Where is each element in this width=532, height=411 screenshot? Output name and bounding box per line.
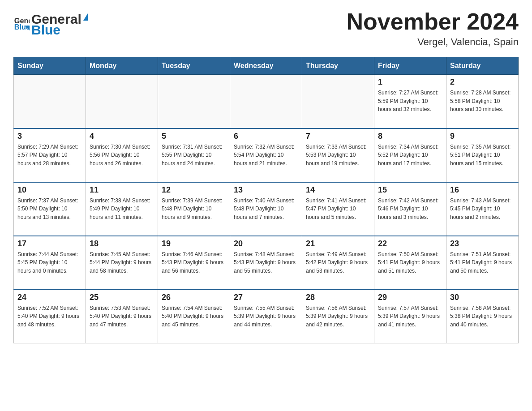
day-number: 1: [378, 77, 442, 87]
table-row: [230, 75, 302, 128]
day-info: Sunrise: 7:52 AM Sunset: 5:40 PM Dayligh…: [17, 304, 82, 329]
day-number: 28: [306, 293, 370, 302]
table-row: 8Sunrise: 7:34 AM Sunset: 5:52 PM Daylig…: [374, 128, 446, 182]
svg-text:Blue: Blue: [14, 23, 30, 30]
page-header: General Blue General Blue November 2024 …: [13, 9, 519, 48]
header-sunday: Sunday: [14, 57, 86, 75]
day-info: Sunrise: 7:43 AM Sunset: 5:45 PM Dayligh…: [450, 197, 515, 222]
day-number: 8: [378, 132, 442, 141]
day-number: 5: [162, 132, 226, 141]
day-number: 29: [378, 293, 442, 302]
calendar-header-row: Sunday Monday Tuesday Wednesday Thursday…: [14, 57, 519, 75]
day-number: 16: [450, 185, 515, 195]
day-info: Sunrise: 7:31 AM Sunset: 5:55 PM Dayligh…: [162, 143, 226, 168]
table-row: 18Sunrise: 7:45 AM Sunset: 5:44 PM Dayli…: [86, 236, 158, 290]
day-info: Sunrise: 7:50 AM Sunset: 5:41 PM Dayligh…: [378, 250, 442, 275]
day-number: 4: [90, 132, 154, 141]
logo-icon: General Blue: [13, 14, 30, 32]
day-number: 17: [17, 239, 82, 248]
calendar-week-row: 17Sunrise: 7:44 AM Sunset: 5:45 PM Dayli…: [14, 236, 519, 290]
day-info: Sunrise: 7:39 AM Sunset: 5:48 PM Dayligh…: [162, 197, 226, 222]
day-info: Sunrise: 7:53 AM Sunset: 5:40 PM Dayligh…: [90, 304, 154, 329]
day-info: Sunrise: 7:48 AM Sunset: 5:43 PM Dayligh…: [234, 250, 298, 275]
table-row: 10Sunrise: 7:37 AM Sunset: 5:50 PM Dayli…: [14, 182, 86, 236]
day-info: Sunrise: 7:35 AM Sunset: 5:51 PM Dayligh…: [450, 143, 515, 168]
day-info: Sunrise: 7:28 AM Sunset: 5:58 PM Dayligh…: [450, 89, 515, 114]
table-row: 24Sunrise: 7:52 AM Sunset: 5:40 PM Dayli…: [14, 290, 86, 343]
logo-text: General Blue: [31, 13, 88, 37]
day-info: Sunrise: 7:55 AM Sunset: 5:39 PM Dayligh…: [234, 304, 298, 329]
header-right: November 2024 Vergel, Valencia, Spain: [347, 9, 519, 48]
day-number: 11: [90, 185, 154, 195]
day-number: 27: [234, 293, 298, 302]
table-row: 26Sunrise: 7:54 AM Sunset: 5:40 PM Dayli…: [158, 290, 230, 343]
table-row: 27Sunrise: 7:55 AM Sunset: 5:39 PM Dayli…: [230, 290, 302, 343]
day-info: Sunrise: 7:29 AM Sunset: 5:57 PM Dayligh…: [17, 143, 82, 168]
day-number: 19: [162, 239, 226, 248]
day-number: 15: [378, 185, 442, 195]
day-number: 13: [234, 185, 298, 195]
day-number: 12: [162, 185, 226, 195]
day-number: 30: [450, 293, 515, 302]
table-row: [14, 75, 86, 128]
day-info: Sunrise: 7:38 AM Sunset: 5:49 PM Dayligh…: [90, 197, 154, 222]
header-tuesday: Tuesday: [158, 57, 230, 75]
table-row: 28Sunrise: 7:56 AM Sunset: 5:39 PM Dayli…: [302, 290, 374, 343]
day-number: 6: [234, 132, 298, 141]
table-row: 9Sunrise: 7:35 AM Sunset: 5:51 PM Daylig…: [446, 128, 519, 182]
header-friday: Friday: [374, 57, 446, 75]
day-number: 22: [378, 239, 442, 248]
day-info: Sunrise: 7:40 AM Sunset: 5:48 PM Dayligh…: [234, 197, 298, 222]
calendar-week-row: 1Sunrise: 7:27 AM Sunset: 5:59 PM Daylig…: [14, 75, 519, 128]
day-number: 14: [306, 185, 370, 195]
calendar-week-row: 10Sunrise: 7:37 AM Sunset: 5:50 PM Dayli…: [14, 182, 519, 236]
calendar-table: Sunday Monday Tuesday Wednesday Thursday…: [13, 57, 519, 343]
day-info: Sunrise: 7:34 AM Sunset: 5:52 PM Dayligh…: [378, 143, 442, 168]
table-row: 30Sunrise: 7:58 AM Sunset: 5:38 PM Dayli…: [446, 290, 519, 343]
table-row: 6Sunrise: 7:32 AM Sunset: 5:54 PM Daylig…: [230, 128, 302, 182]
header-thursday: Thursday: [302, 57, 374, 75]
logo-blue: Blue: [31, 23, 88, 37]
header-monday: Monday: [86, 57, 158, 75]
header-saturday: Saturday: [446, 57, 519, 75]
day-number: 18: [90, 239, 154, 248]
day-number: 20: [234, 239, 298, 248]
day-info: Sunrise: 7:33 AM Sunset: 5:53 PM Dayligh…: [306, 143, 370, 168]
table-row: 4Sunrise: 7:30 AM Sunset: 5:56 PM Daylig…: [86, 128, 158, 182]
table-row: 22Sunrise: 7:50 AM Sunset: 5:41 PM Dayli…: [374, 236, 446, 290]
calendar-week-row: 3Sunrise: 7:29 AM Sunset: 5:57 PM Daylig…: [14, 128, 519, 182]
day-info: Sunrise: 7:30 AM Sunset: 5:56 PM Dayligh…: [90, 143, 154, 168]
table-row: 19Sunrise: 7:46 AM Sunset: 5:43 PM Dayli…: [158, 236, 230, 290]
header-wednesday: Wednesday: [230, 57, 302, 75]
day-info: Sunrise: 7:54 AM Sunset: 5:40 PM Dayligh…: [162, 304, 226, 329]
day-info: Sunrise: 7:46 AM Sunset: 5:43 PM Dayligh…: [162, 250, 226, 275]
table-row: [86, 75, 158, 128]
table-row: 29Sunrise: 7:57 AM Sunset: 5:39 PM Dayli…: [374, 290, 446, 343]
day-info: Sunrise: 7:44 AM Sunset: 5:45 PM Dayligh…: [17, 250, 82, 275]
table-row: 14Sunrise: 7:41 AM Sunset: 5:47 PM Dayli…: [302, 182, 374, 236]
day-number: 10: [17, 185, 82, 195]
day-info: Sunrise: 7:45 AM Sunset: 5:44 PM Dayligh…: [90, 250, 154, 275]
table-row: 1Sunrise: 7:27 AM Sunset: 5:59 PM Daylig…: [374, 75, 446, 128]
table-row: 2Sunrise: 7:28 AM Sunset: 5:58 PM Daylig…: [446, 75, 519, 128]
table-row: [158, 75, 230, 128]
table-row: 3Sunrise: 7:29 AM Sunset: 5:57 PM Daylig…: [14, 128, 86, 182]
table-row: 12Sunrise: 7:39 AM Sunset: 5:48 PM Dayli…: [158, 182, 230, 236]
location: Vergel, Valencia, Spain: [347, 36, 519, 48]
table-row: 13Sunrise: 7:40 AM Sunset: 5:48 PM Dayli…: [230, 182, 302, 236]
table-row: 20Sunrise: 7:48 AM Sunset: 5:43 PM Dayli…: [230, 236, 302, 290]
day-info: Sunrise: 7:49 AM Sunset: 5:42 PM Dayligh…: [306, 250, 370, 275]
day-number: 23: [450, 239, 515, 248]
table-row: 17Sunrise: 7:44 AM Sunset: 5:45 PM Dayli…: [14, 236, 86, 290]
day-info: Sunrise: 7:37 AM Sunset: 5:50 PM Dayligh…: [17, 197, 82, 222]
table-row: 16Sunrise: 7:43 AM Sunset: 5:45 PM Dayli…: [446, 182, 519, 236]
day-info: Sunrise: 7:32 AM Sunset: 5:54 PM Dayligh…: [234, 143, 298, 168]
table-row: 23Sunrise: 7:51 AM Sunset: 5:41 PM Dayli…: [446, 236, 519, 290]
month-title: November 2024: [347, 9, 519, 34]
table-row: 7Sunrise: 7:33 AM Sunset: 5:53 PM Daylig…: [302, 128, 374, 182]
table-row: 5Sunrise: 7:31 AM Sunset: 5:55 PM Daylig…: [158, 128, 230, 182]
day-info: Sunrise: 7:58 AM Sunset: 5:38 PM Dayligh…: [450, 304, 515, 329]
day-info: Sunrise: 7:51 AM Sunset: 5:41 PM Dayligh…: [450, 250, 515, 275]
day-info: Sunrise: 7:41 AM Sunset: 5:47 PM Dayligh…: [306, 197, 370, 222]
day-number: 25: [90, 293, 154, 302]
